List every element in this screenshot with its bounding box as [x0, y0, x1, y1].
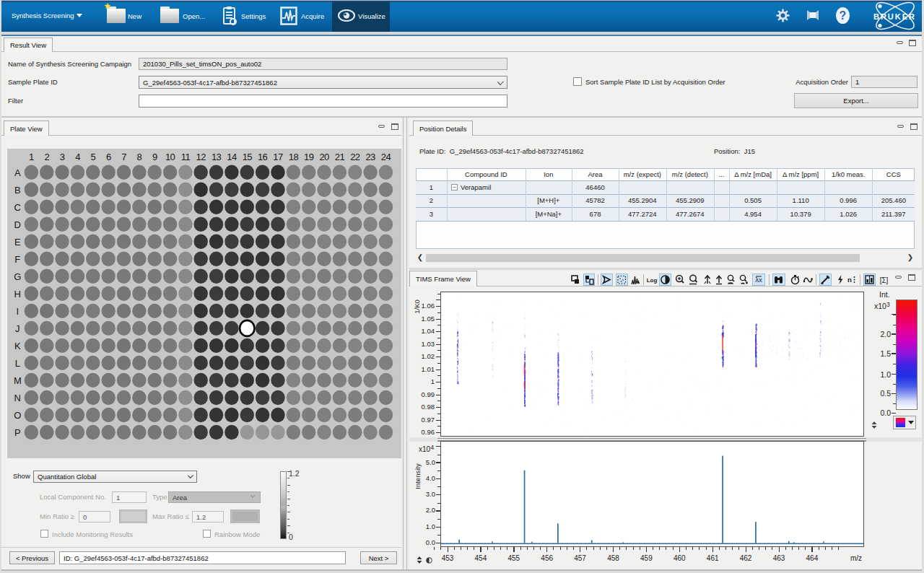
svg-text:G: G — [14, 271, 21, 282]
svg-text:N: N — [14, 393, 21, 403]
svg-text:L: L — [15, 358, 20, 369]
svg-text:14: 14 — [227, 152, 237, 162]
svg-text:11: 11 — [181, 152, 191, 162]
svg-text:O: O — [14, 410, 21, 421]
svg-text:BRUKER: BRUKER — [873, 12, 916, 21]
svg-text:10: 10 — [165, 152, 175, 162]
svg-text:18: 18 — [289, 152, 299, 162]
svg-text:19: 19 — [304, 152, 314, 162]
svg-text:H: H — [14, 289, 21, 299]
svg-text:17: 17 — [273, 152, 283, 162]
svg-text:3: 3 — [60, 152, 65, 162]
svg-text:24: 24 — [381, 152, 391, 162]
svg-text:23: 23 — [365, 152, 375, 162]
svg-text:M: M — [14, 375, 21, 386]
svg-text:B: B — [14, 185, 20, 196]
svg-text:E: E — [14, 237, 21, 248]
svg-text:n: n — [847, 276, 852, 284]
svg-text:[Σ]: [Σ] — [880, 276, 889, 284]
svg-text:F: F — [14, 254, 20, 265]
svg-text:C: C — [14, 202, 21, 213]
svg-text:2: 2 — [44, 152, 49, 162]
svg-text:13: 13 — [212, 152, 222, 162]
svg-text:D: D — [14, 219, 21, 230]
svg-text:Log: Log — [647, 277, 658, 284]
svg-text:6: 6 — [106, 152, 111, 162]
svg-text:λx: λx — [755, 276, 762, 284]
svg-text:21: 21 — [335, 152, 345, 162]
svg-text:12: 12 — [196, 152, 206, 162]
svg-text:8: 8 — [137, 152, 142, 162]
svg-text:1: 1 — [29, 152, 34, 162]
svg-text:I: I — [16, 306, 18, 317]
svg-text:20: 20 — [319, 152, 329, 162]
svg-text:7: 7 — [121, 152, 126, 162]
svg-text:A: A — [14, 167, 21, 178]
svg-text:4: 4 — [75, 152, 80, 162]
svg-text:K: K — [14, 341, 21, 351]
svg-text:5: 5 — [90, 152, 95, 162]
svg-text:9: 9 — [152, 152, 157, 162]
svg-text:J: J — [15, 323, 19, 334]
svg-text:P: P — [14, 427, 20, 438]
svg-text:22: 22 — [350, 152, 360, 162]
svg-text:16: 16 — [258, 152, 268, 162]
svg-text:15: 15 — [243, 152, 253, 162]
